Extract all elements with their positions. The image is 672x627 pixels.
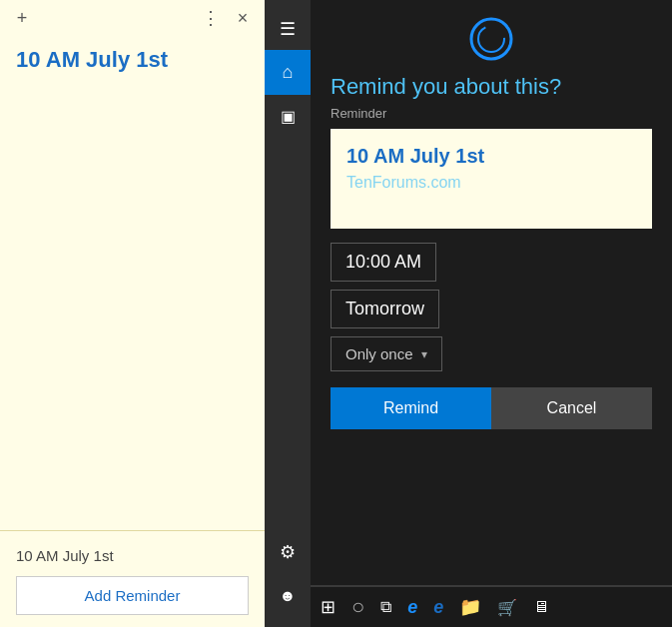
sidebar-item-notebook[interactable]: ▣ [265, 95, 311, 138]
more-options-icon[interactable]: ⋮ [199, 6, 223, 30]
recurrence-selector[interactable]: Only once ▾ [331, 336, 652, 387]
feedback-icon: ☻ [280, 587, 297, 604]
windows-taskbar: ⊞ ○ ⧉ e e 📁 🛒 🖥 [311, 587, 672, 627]
hamburger-menu-icon[interactable]: ☰ [265, 8, 311, 50]
cortana-panel: ☰ ⌂ ▣ ⚙ ☻ Remind you about this? Reminde… [265, 0, 672, 627]
action-buttons-row: Remind Cancel [331, 387, 652, 429]
svg-point-1 [478, 26, 504, 52]
remind-question-heading: Remind you about this? [331, 74, 652, 100]
sidebar-item-home[interactable]: ⌂ [265, 50, 311, 95]
reminder-note-preview: 10 AM July 1st TenForums.com [331, 129, 652, 229]
note-toolbar: + ⋮ × [0, 0, 265, 36]
sidebar-bottom: ⚙ ☻ [265, 529, 311, 627]
toolbar-left: + [10, 6, 34, 30]
file-explorer-icon[interactable]: 📁 [459, 596, 481, 618]
time-button[interactable]: 10:00 AM [331, 243, 436, 282]
time-selector[interactable]: 10:00 AM [331, 243, 652, 290]
sidebar-item-feedback[interactable]: ☻ [265, 575, 311, 617]
sticky-note-panel: + ⋮ × 10 AM July 1st 10 AM July 1st Add … [0, 0, 265, 627]
windows-start-icon[interactable]: ⊞ [321, 596, 336, 618]
sidebar-item-settings[interactable]: ⚙ [265, 529, 311, 575]
cancel-button[interactable]: Cancel [491, 387, 652, 429]
task-view-icon[interactable]: ⧉ [380, 598, 391, 616]
chevron-down-icon: ▾ [421, 347, 427, 361]
notebook-icon: ▣ [281, 108, 296, 125]
recurrence-button[interactable]: Only once ▾ [331, 336, 442, 371]
home-icon: ⌂ [283, 62, 294, 82]
reminder-note-watermark: TenForums.com [346, 174, 636, 192]
reminder-label: Reminder [331, 106, 652, 121]
cortana-main-content: Remind you about this? Reminder 10 AM Ju… [311, 0, 672, 585]
date-button[interactable]: Tomorrow [331, 290, 439, 328]
edge-browser-icon[interactable]: e [407, 597, 417, 618]
ie-browser-icon[interactable]: e [433, 597, 443, 618]
toolbar-right: ⋮ × [199, 6, 255, 30]
store-icon[interactable]: 🛒 [497, 598, 517, 617]
note-title: 10 AM July 1st [16, 46, 249, 75]
cortana-ring-icon [468, 16, 514, 62]
settings-icon: ⚙ [280, 542, 296, 562]
date-selector[interactable]: Tomorrow [331, 290, 652, 336]
remind-button[interactable]: Remind [331, 387, 491, 429]
reminder-note-title-text: 10 AM July 1st [346, 145, 636, 168]
add-reminder-button[interactable]: Add Reminder [16, 576, 249, 615]
note-reminder-text: 10 AM July 1st [16, 547, 249, 564]
recurrence-label: Only once [345, 345, 413, 362]
close-icon[interactable]: × [231, 6, 255, 30]
cortana-sidebar: ☰ ⌂ ▣ ⚙ ☻ [265, 0, 311, 627]
cortana-logo [331, 16, 652, 62]
note-content-area: 10 AM July 1st [0, 36, 265, 530]
note-reminder-section: 10 AM July 1st Add Reminder [0, 530, 265, 627]
app-icon[interactable]: 🖥 [533, 598, 549, 616]
cortana-search-icon[interactable]: ○ [351, 594, 364, 620]
add-note-icon[interactable]: + [10, 6, 34, 30]
